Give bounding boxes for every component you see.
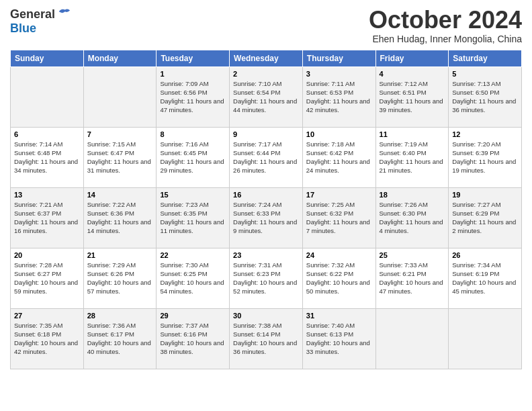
day-cell: 10Sunrise: 7:18 AMSunset: 6:42 PMDayligh… xyxy=(302,127,375,187)
day-number: 14 xyxy=(87,191,153,199)
day-info: Sunrise: 7:11 AMSunset: 6:53 PMDaylight:… xyxy=(306,79,372,115)
week-row-4: 20Sunrise: 7:28 AMSunset: 6:27 PMDayligh… xyxy=(11,248,522,308)
day-info: Sunrise: 7:25 AMSunset: 6:32 PMDaylight:… xyxy=(306,200,372,236)
day-cell: 30Sunrise: 7:38 AMSunset: 6:14 PMDayligh… xyxy=(230,308,303,369)
day-cell xyxy=(449,308,522,369)
day-cell: 18Sunrise: 7:26 AMSunset: 6:30 PMDayligh… xyxy=(375,187,449,248)
title-section: October 2024 Ehen Hudag, Inner Mongolia,… xyxy=(369,7,522,44)
col-header-wednesday: Wednesday xyxy=(230,50,303,66)
day-info: Sunrise: 7:28 AMSunset: 6:27 PMDaylight:… xyxy=(14,261,80,296)
col-header-friday: Friday xyxy=(375,50,449,66)
day-number: 23 xyxy=(233,251,299,259)
day-info: Sunrise: 7:16 AMSunset: 6:45 PMDaylight:… xyxy=(160,140,226,175)
day-cell: 12Sunrise: 7:20 AMSunset: 6:39 PMDayligh… xyxy=(449,127,522,187)
day-info: Sunrise: 7:38 AMSunset: 6:14 PMDaylight:… xyxy=(233,321,299,357)
col-header-tuesday: Tuesday xyxy=(157,50,230,66)
day-info: Sunrise: 7:13 AMSunset: 6:50 PMDaylight:… xyxy=(452,79,518,115)
day-info: Sunrise: 7:27 AMSunset: 6:29 PMDaylight:… xyxy=(452,200,518,236)
day-number: 18 xyxy=(380,191,445,199)
day-number: 2 xyxy=(233,70,299,78)
day-cell: 4Sunrise: 7:12 AMSunset: 6:51 PMDaylight… xyxy=(375,66,449,127)
day-info: Sunrise: 7:36 AMSunset: 6:17 PMDaylight:… xyxy=(87,321,153,357)
day-cell: 7Sunrise: 7:15 AMSunset: 6:47 PMDaylight… xyxy=(83,127,157,187)
day-info: Sunrise: 7:26 AMSunset: 6:30 PMDaylight:… xyxy=(380,200,445,236)
day-number: 21 xyxy=(87,251,153,259)
subtitle: Ehen Hudag, Inner Mongolia, China xyxy=(369,34,522,44)
week-row-1: 1Sunrise: 7:09 AMSunset: 6:56 PMDaylight… xyxy=(11,66,522,127)
month-title: October 2024 xyxy=(369,7,522,34)
day-number: 30 xyxy=(233,312,299,320)
day-number: 25 xyxy=(380,251,445,259)
day-info: Sunrise: 7:37 AMSunset: 6:16 PMDaylight:… xyxy=(160,321,226,357)
day-info: Sunrise: 7:40 AMSunset: 6:13 PMDaylight:… xyxy=(306,321,372,357)
day-cell: 14Sunrise: 7:22 AMSunset: 6:36 PMDayligh… xyxy=(83,187,157,248)
day-cell: 2Sunrise: 7:10 AMSunset: 6:54 PMDaylight… xyxy=(230,66,303,127)
day-number: 4 xyxy=(380,70,445,78)
day-cell: 31Sunrise: 7:40 AMSunset: 6:13 PMDayligh… xyxy=(302,308,375,369)
day-cell: 13Sunrise: 7:21 AMSunset: 6:37 PMDayligh… xyxy=(11,187,84,248)
day-number: 29 xyxy=(160,312,226,320)
day-cell: 11Sunrise: 7:19 AMSunset: 6:40 PMDayligh… xyxy=(375,127,449,187)
day-number: 8 xyxy=(160,130,226,138)
day-number: 5 xyxy=(452,70,518,78)
col-header-monday: Monday xyxy=(83,50,157,66)
calendar-table: SundayMondayTuesdayWednesdayThursdayFrid… xyxy=(10,50,522,369)
day-number: 11 xyxy=(380,130,445,138)
day-cell: 19Sunrise: 7:27 AMSunset: 6:29 PMDayligh… xyxy=(449,187,522,248)
day-cell: 1Sunrise: 7:09 AMSunset: 6:56 PMDaylight… xyxy=(157,66,230,127)
day-number: 3 xyxy=(306,70,372,78)
day-cell: 21Sunrise: 7:29 AMSunset: 6:26 PMDayligh… xyxy=(83,248,157,308)
logo-blue-text: Blue xyxy=(10,21,36,36)
day-cell: 9Sunrise: 7:17 AMSunset: 6:44 PMDaylight… xyxy=(230,127,303,187)
day-cell xyxy=(11,66,84,127)
day-number: 20 xyxy=(14,251,80,259)
day-cell: 29Sunrise: 7:37 AMSunset: 6:16 PMDayligh… xyxy=(157,308,230,369)
day-info: Sunrise: 7:09 AMSunset: 6:56 PMDaylight:… xyxy=(160,79,226,115)
day-cell xyxy=(83,66,157,127)
logo-general-text: General xyxy=(10,7,55,21)
week-row-2: 6Sunrise: 7:14 AMSunset: 6:48 PMDaylight… xyxy=(11,127,522,187)
day-number: 1 xyxy=(160,70,226,78)
day-info: Sunrise: 7:17 AMSunset: 6:44 PMDaylight:… xyxy=(233,140,299,175)
day-cell xyxy=(375,308,449,369)
week-row-3: 13Sunrise: 7:21 AMSunset: 6:37 PMDayligh… xyxy=(11,187,522,248)
day-number: 17 xyxy=(306,191,372,199)
day-info: Sunrise: 7:14 AMSunset: 6:48 PMDaylight:… xyxy=(14,140,80,175)
day-info: Sunrise: 7:21 AMSunset: 6:37 PMDaylight:… xyxy=(14,200,80,236)
day-number: 9 xyxy=(233,130,299,138)
logo-bird-icon xyxy=(56,7,71,21)
day-cell: 17Sunrise: 7:25 AMSunset: 6:32 PMDayligh… xyxy=(302,187,375,248)
header: General Blue October 2024 Ehen Hudag, In… xyxy=(10,7,522,44)
day-info: Sunrise: 7:30 AMSunset: 6:25 PMDaylight:… xyxy=(160,261,226,296)
day-cell: 6Sunrise: 7:14 AMSunset: 6:48 PMDaylight… xyxy=(11,127,84,187)
day-info: Sunrise: 7:35 AMSunset: 6:18 PMDaylight:… xyxy=(14,321,80,357)
day-number: 28 xyxy=(87,312,153,320)
day-info: Sunrise: 7:29 AMSunset: 6:26 PMDaylight:… xyxy=(87,261,153,296)
day-info: Sunrise: 7:22 AMSunset: 6:36 PMDaylight:… xyxy=(87,200,153,236)
day-info: Sunrise: 7:23 AMSunset: 6:35 PMDaylight:… xyxy=(160,200,226,236)
day-cell: 28Sunrise: 7:36 AMSunset: 6:17 PMDayligh… xyxy=(83,308,157,369)
day-info: Sunrise: 7:31 AMSunset: 6:23 PMDaylight:… xyxy=(233,261,299,296)
day-info: Sunrise: 7:32 AMSunset: 6:22 PMDaylight:… xyxy=(306,261,372,296)
day-cell: 25Sunrise: 7:33 AMSunset: 6:21 PMDayligh… xyxy=(375,248,449,308)
day-number: 22 xyxy=(160,251,226,259)
day-number: 12 xyxy=(452,130,518,138)
day-number: 24 xyxy=(306,251,372,259)
day-number: 31 xyxy=(306,312,372,320)
page: General Blue October 2024 Ehen Hudag, In… xyxy=(0,0,532,376)
day-number: 27 xyxy=(14,312,80,320)
col-header-thursday: Thursday xyxy=(302,50,375,66)
day-number: 10 xyxy=(306,130,372,138)
day-number: 6 xyxy=(14,130,80,138)
header-row: SundayMondayTuesdayWednesdayThursdayFrid… xyxy=(11,50,522,66)
day-cell: 3Sunrise: 7:11 AMSunset: 6:53 PMDaylight… xyxy=(302,66,375,127)
day-info: Sunrise: 7:10 AMSunset: 6:54 PMDaylight:… xyxy=(233,79,299,115)
logo: General Blue xyxy=(10,7,71,36)
day-cell: 22Sunrise: 7:30 AMSunset: 6:25 PMDayligh… xyxy=(157,248,230,308)
day-info: Sunrise: 7:20 AMSunset: 6:39 PMDaylight:… xyxy=(452,140,518,175)
day-info: Sunrise: 7:18 AMSunset: 6:42 PMDaylight:… xyxy=(306,140,372,175)
day-cell: 15Sunrise: 7:23 AMSunset: 6:35 PMDayligh… xyxy=(157,187,230,248)
day-info: Sunrise: 7:34 AMSunset: 6:19 PMDaylight:… xyxy=(452,261,518,296)
day-cell: 26Sunrise: 7:34 AMSunset: 6:19 PMDayligh… xyxy=(449,248,522,308)
day-cell: 24Sunrise: 7:32 AMSunset: 6:22 PMDayligh… xyxy=(302,248,375,308)
